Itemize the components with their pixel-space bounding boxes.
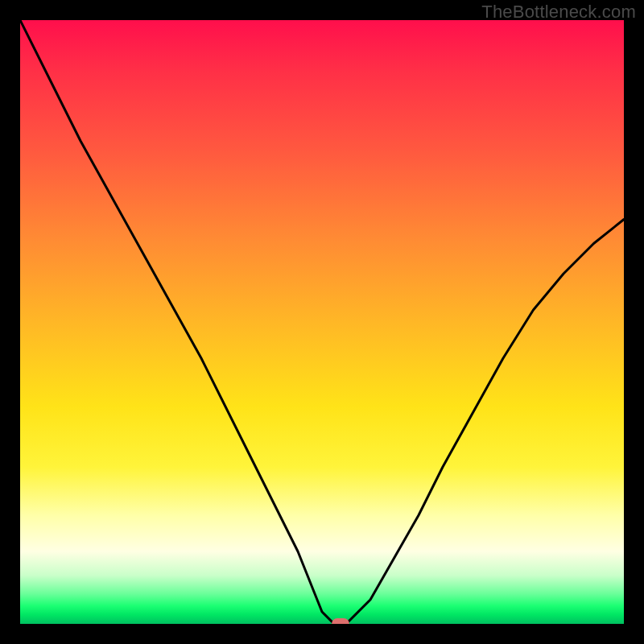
curve-svg [20, 20, 624, 624]
watermark-text: TheBottleneck.com [481, 2, 636, 23]
bottleneck-curve [20, 20, 624, 624]
optimal-point-marker [332, 618, 349, 624]
chart-frame: TheBottleneck.com [0, 0, 644, 644]
plot-area [20, 20, 624, 624]
